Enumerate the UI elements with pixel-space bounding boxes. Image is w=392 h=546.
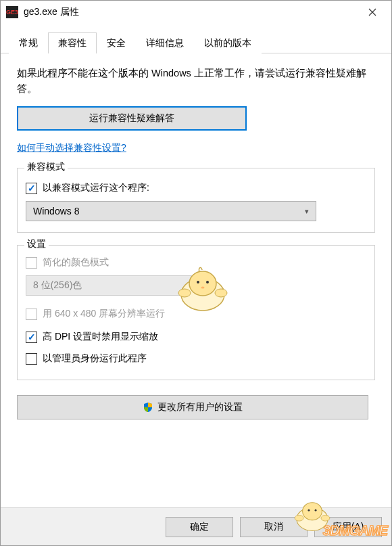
tab-general[interactable]: 常规 (9, 32, 48, 53)
ok-button[interactable]: 确定 (166, 517, 233, 537)
settings-group: 设置 简化的颜色模式 8 位(256)色 ▾ 用 640 x 480 屏幕分辨率… (17, 245, 375, 380)
run-troubleshooter-button[interactable]: 运行兼容性疑难解答 (17, 106, 247, 131)
run-as-admin-label: 以管理员身份运行此程序 (43, 352, 147, 365)
close-icon (368, 8, 376, 16)
shield-icon (143, 402, 153, 413)
color-depth-value: 8 位(256)色 (33, 279, 82, 292)
reduced-color-checkbox (26, 257, 37, 269)
compat-mode-os-select[interactable]: Windows 8 ▾ (26, 201, 316, 221)
run-640x480-row: 用 640 x 480 屏幕分辨率运行 (26, 308, 366, 320)
run-as-admin-row: 以管理员身份运行此程序 (26, 352, 366, 365)
compat-mode-checkbox[interactable] (26, 183, 37, 194)
compat-mode-group-label: 兼容模式 (24, 161, 68, 173)
compat-mode-checkbox-row: 以兼容模式运行这个程序: (26, 182, 366, 194)
compatibility-mode-group: 兼容模式 以兼容模式运行这个程序: Windows 8 ▾ (17, 168, 375, 233)
reduced-color-row: 简化的颜色模式 (26, 256, 366, 269)
disable-dpi-scaling-checkbox[interactable] (26, 332, 37, 343)
titlebar: GE3 ge3.exe 属性 (1, 1, 391, 24)
disable-dpi-scaling-label: 高 DPI 设置时禁用显示缩放 (43, 331, 158, 343)
run-as-admin-checkbox[interactable] (26, 353, 37, 365)
manual-settings-link[interactable]: 如何手动选择兼容性设置? (17, 142, 126, 154)
watermark-text: 3DMGAME (323, 523, 387, 539)
tab-security[interactable]: 安全 (97, 32, 136, 53)
app-icon: GE3 (6, 6, 18, 18)
window-title: ge3.exe 属性 (24, 6, 359, 18)
compat-mode-selected-value: Windows 8 (33, 206, 79, 217)
settings-group-label: 设置 (24, 238, 49, 250)
run-640x480-checkbox (26, 309, 37, 320)
reduced-color-label: 简化的颜色模式 (43, 256, 109, 269)
disable-dpi-scaling-row: 高 DPI 设置时禁用显示缩放 (26, 331, 366, 343)
tab-details[interactable]: 详细信息 (136, 32, 194, 53)
compat-mode-checkbox-label: 以兼容模式运行这个程序: (43, 182, 149, 194)
close-button[interactable] (359, 2, 386, 22)
tab-strip: 常规 兼容性 安全 详细信息 以前的版本 (1, 32, 391, 53)
compatibility-intro-text: 如果此程序不能在这个版本的 Windows 上正常工作，请尝试运行兼容性疑难解答… (17, 66, 375, 97)
tab-compatibility[interactable]: 兼容性 (48, 32, 97, 53)
cancel-button[interactable]: 取消 (240, 517, 308, 537)
tab-previous-versions[interactable]: 以前的版本 (194, 32, 262, 53)
run-640x480-label: 用 640 x 480 屏幕分辨率运行 (43, 308, 165, 320)
change-all-users-label: 更改所有用户的设置 (157, 401, 243, 413)
chevron-down-icon: ▾ (190, 281, 194, 290)
properties-window: GE3 ge3.exe 属性 常规 兼容性 安全 详细信息 以前的版本 如果此程… (0, 0, 392, 546)
change-all-users-button[interactable]: 更改所有用户的设置 (17, 395, 368, 419)
chevron-down-icon: ▾ (305, 207, 309, 216)
color-depth-select: 8 位(256)色 ▾ (26, 275, 201, 296)
tab-content: 如果此程序不能在这个版本的 Windows 上正常工作，请尝试运行兼容性疑难解答… (1, 53, 391, 432)
